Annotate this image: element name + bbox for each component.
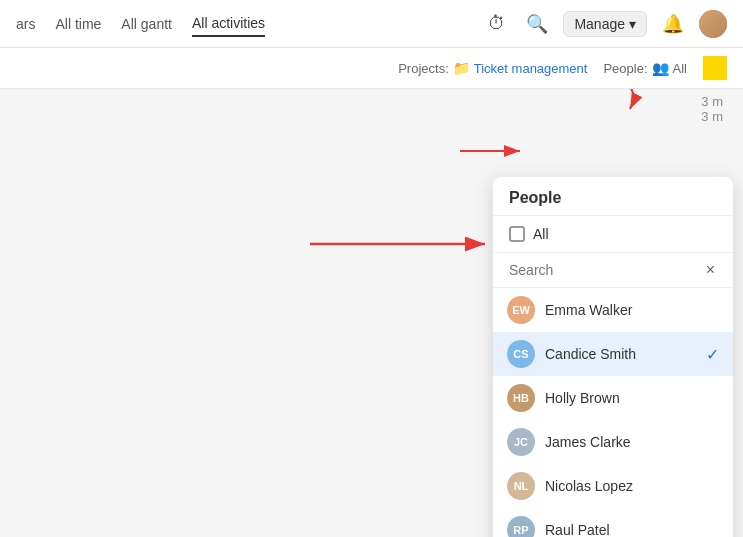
person-name-emma-walker: Emma Walker (545, 302, 632, 318)
search-clear-button[interactable]: × (704, 261, 717, 279)
nav-item-allactivities[interactable]: All activities (192, 11, 265, 37)
search-row: × (493, 253, 733, 288)
person-item-holly-brown[interactable]: HB Holly Brown (493, 376, 733, 420)
clock-icon[interactable]: ⏱ (483, 10, 511, 38)
people-icon: 👥 (652, 60, 669, 76)
person-item-raul-patel[interactable]: RP Raul Patel (493, 508, 733, 537)
top-navigation: ars All time All gantt All activities ⏱ … (0, 0, 743, 48)
nav-items: ars All time All gantt All activities (16, 11, 483, 37)
people-list: EW Emma Walker CS Candice Smith ✓ HB Hol… (493, 288, 733, 537)
sticky-note-icon[interactable] (703, 56, 727, 80)
people-label: People: (603, 61, 647, 76)
person-name-james-clarke: James Clarke (545, 434, 631, 450)
manage-label: Manage (574, 16, 625, 32)
avatar-james-clarke: JC (507, 428, 535, 456)
search-input[interactable] (509, 262, 704, 278)
bell-icon[interactable]: 🔔 (659, 10, 687, 38)
user-avatar[interactable] (699, 10, 727, 38)
person-name-holly-brown: Holly Brown (545, 390, 620, 406)
all-label: All (533, 226, 549, 242)
person-item-candice-smith[interactable]: CS Candice Smith ✓ (493, 332, 733, 376)
all-checkbox[interactable] (509, 226, 525, 242)
avatar-emma-walker: EW (507, 296, 535, 324)
person-item-james-clarke[interactable]: JC James Clarke (493, 420, 733, 464)
content-label-1: 3 m (701, 109, 723, 124)
avatar-image (699, 10, 727, 38)
folder-icon: 📁 (453, 60, 470, 76)
content-label-2: 3 m (701, 94, 723, 109)
nav-actions: ⏱ 🔍 Manage ▾ 🔔 (483, 10, 727, 38)
avatar-nicolas-lopez: NL (507, 472, 535, 500)
nav-item-allgantt[interactable]: All gantt (121, 12, 172, 36)
all-row[interactable]: All (493, 216, 733, 253)
people-dropdown: People All × EW Emma Walker CS Candice S… (493, 177, 733, 537)
person-name-nicolas-lopez: Nicolas Lopez (545, 478, 633, 494)
nav-item-ars[interactable]: ars (16, 12, 35, 36)
manage-button[interactable]: Manage ▾ (563, 11, 647, 37)
main-content: 3 m 3 m People All × EW Emma Walker CS C… (0, 89, 743, 537)
people-filter: People: 👥 All (603, 60, 687, 76)
selected-checkmark: ✓ (706, 345, 719, 364)
person-item-nicolas-lopez[interactable]: NL Nicolas Lopez (493, 464, 733, 508)
avatar-candice-smith: CS (507, 340, 535, 368)
dropdown-title: People (493, 177, 733, 216)
person-name-raul-patel: Raul Patel (545, 522, 610, 537)
person-item-emma-walker[interactable]: EW Emma Walker (493, 288, 733, 332)
projects-filter: Projects: 📁 Ticket management (398, 60, 587, 76)
filter-bar: Projects: 📁 Ticket management People: 👥 … (0, 48, 743, 89)
search-icon[interactable]: 🔍 (523, 10, 551, 38)
people-value[interactable]: All (673, 61, 687, 76)
person-name-candice-smith: Candice Smith (545, 346, 636, 362)
manage-chevron: ▾ (629, 16, 636, 32)
avatar-raul-patel: RP (507, 516, 535, 537)
avatar-holly-brown: HB (507, 384, 535, 412)
nav-item-alltime[interactable]: All time (55, 12, 101, 36)
project-link[interactable]: Ticket management (474, 61, 588, 76)
content-area: 3 m 3 m (0, 89, 743, 129)
projects-label: Projects: (398, 61, 449, 76)
